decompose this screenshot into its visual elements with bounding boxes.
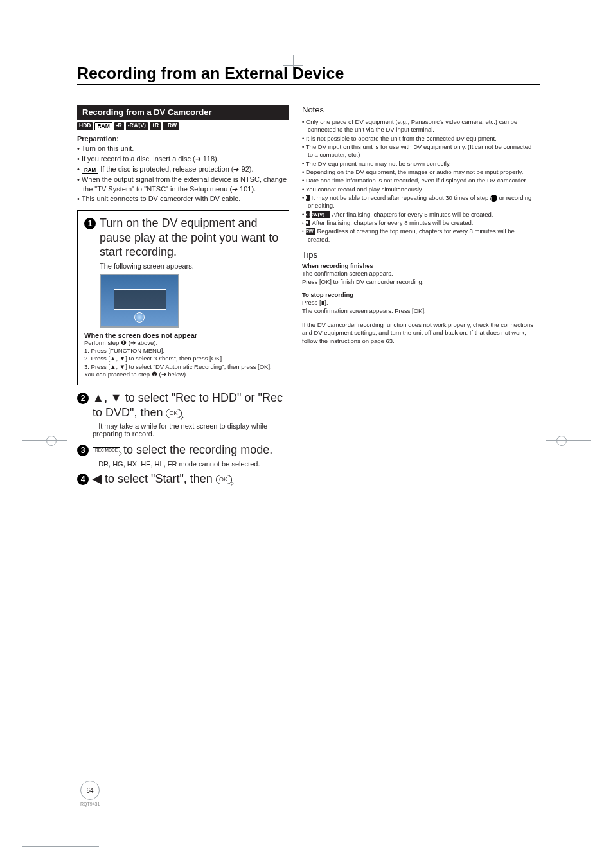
tips-stop-line: The confirmation screen appears. Press [… xyxy=(302,307,533,315)
badge-plus-rw: +RW xyxy=(163,122,179,130)
step3-number: 3 xyxy=(77,445,89,456)
step4-label: to select "Start", then xyxy=(105,472,216,485)
ok-icon: OK xyxy=(216,475,232,484)
preparation-block: Preparation: Turn on this unit. If you r… xyxy=(77,134,289,204)
left-column: Recording from a DV Camcorder HDD RAM -R… xyxy=(77,105,289,486)
no-appear-heading: When the screen does not appear xyxy=(84,332,282,339)
step3-row: 3 REC MODE to select the recording mode. xyxy=(77,443,289,457)
tips-footer: If the DV camcorder recording function d… xyxy=(302,321,533,345)
tips-title: Tips xyxy=(302,250,533,261)
crop-mark-right xyxy=(546,430,591,450)
tips-finish-heading: When recording finishes xyxy=(302,262,533,270)
note-item: The DV input on this unit is for use wit… xyxy=(302,143,533,159)
step3-label: to select the recording mode. xyxy=(123,443,272,456)
tips-stop-heading: To stop recording xyxy=(302,291,533,299)
note-item: Only one piece of DV equipment (e.g., Pa… xyxy=(302,118,533,134)
step2-text: ▲, ▼ to select "Rec to HDD" or "Rec to D… xyxy=(93,391,289,420)
tips-finish-line: Press [OK] to finish DV camcorder record… xyxy=(302,278,533,286)
notes-title: Notes xyxy=(302,105,533,116)
page-title: Recording from an External Device xyxy=(77,64,540,83)
step2-number: 2 xyxy=(77,393,89,404)
no-appear-lines: Perform step ❶ (➔ above). 1. Press [FUNC… xyxy=(84,339,282,379)
rec-mode-icon: REC MODE xyxy=(93,447,120,454)
note-item: -R It may not be able to record after re… xyxy=(302,194,533,210)
step3-text: REC MODE to select the recording mode. xyxy=(93,443,272,457)
note-item: -R -RW(V) After finalising, chapters for… xyxy=(302,211,533,218)
up-down-icon: ▲, ▼ xyxy=(93,391,122,404)
left-icon: ◀ xyxy=(93,472,102,485)
no-appear-line: Perform step ❶ (➔ above). xyxy=(84,339,282,347)
note-item: Date and time information is not recorde… xyxy=(302,177,533,184)
prep-item: RAM If the disc is protected, release pr… xyxy=(77,164,289,174)
media-badges: HDD RAM -R -RW(V) +R +RW xyxy=(77,122,289,130)
doc-code: RQT9431 xyxy=(80,802,100,806)
badge-plus-r: +R xyxy=(150,122,161,130)
note-item: You cannot record and play simultaneousl… xyxy=(302,186,533,193)
note-item: The DV equipment name may not be shown c… xyxy=(302,160,533,168)
step2-row: 2 ▲, ▼ to select "Rec to HDD" or "Rec to… xyxy=(77,391,289,420)
screen-mock xyxy=(100,274,179,328)
prep-item: This unit connects to DV camcorder with … xyxy=(77,194,289,204)
note-item: +R After finalising, chapters for every … xyxy=(302,219,533,227)
badge-hdd: HDD xyxy=(77,122,93,130)
right-column: Notes Only one piece of DV equipment (e.… xyxy=(302,105,533,486)
badge-minus-r: -R xyxy=(114,122,124,130)
no-appear-line: You can proceed to step ❷ (➔ below). xyxy=(84,371,282,378)
crop-mark-left xyxy=(22,430,67,450)
page-number: 64 xyxy=(80,781,100,800)
prep-item: When the output signal from the external… xyxy=(77,175,289,194)
step4-row: 4 ◀ to select "Start", then OK xyxy=(77,472,289,486)
badge-ram: RAM xyxy=(94,122,112,130)
prep-item: If you record to a disc, insert a disc (… xyxy=(77,154,289,164)
title-rule xyxy=(77,84,540,85)
step1-sub: The following screen appears. xyxy=(100,262,282,270)
step4-text: ◀ to select "Start", then OK xyxy=(93,472,232,486)
no-appear-line: 2. Press [▲, ▼] to select "Others", then… xyxy=(84,355,282,362)
step3-sub: – DR, HG, HX, HE, HL, FR mode cannot be … xyxy=(93,460,289,468)
notes-list: Only one piece of DV equipment (e.g., Pa… xyxy=(302,118,533,244)
step2-sub: – It may take a while for the next scree… xyxy=(93,422,289,438)
prep-item: Turn on this unit. xyxy=(77,144,289,154)
step4-number: 4 xyxy=(77,474,89,485)
no-appear-line: 1. Press [FUNCTION MENU]. xyxy=(84,347,282,355)
step1-box: 1 Turn on the DV equipment and pause pla… xyxy=(77,210,289,385)
badge-minus-rwv: -RW(V) xyxy=(126,122,148,130)
ok-icon: OK xyxy=(166,409,182,418)
note-item: +RW Regardless of creating the top menu,… xyxy=(302,227,533,244)
tips-finish-line: The confirmation screen appears. xyxy=(302,270,533,278)
note-item: It is not possible to operate the unit f… xyxy=(302,135,533,143)
tips-stop-line: Press [∎]. xyxy=(302,299,533,306)
no-appear-line: 3. Press [▲, ▼] to select "DV Automatic … xyxy=(84,363,282,371)
step1-text: Turn on the DV equipment and pause play … xyxy=(100,216,282,260)
crop-mark-bottom-left xyxy=(22,829,99,855)
section-header: Recording from a DV Camcorder xyxy=(77,105,289,120)
note-item: Depending on the DV equipment, the image… xyxy=(302,168,533,176)
step1-number: 1 xyxy=(84,218,96,229)
page-content: Recording from an External Device Record… xyxy=(77,64,540,486)
preparation-heading: Preparation: xyxy=(77,135,119,143)
